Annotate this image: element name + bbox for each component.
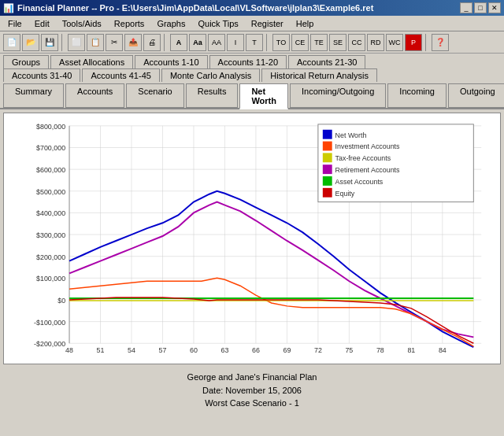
toolbar-btn6[interactable]: A <box>170 34 187 51</box>
svg-text:Retirement Accounts: Retirement Accounts <box>335 166 400 174</box>
menu-edit[interactable]: Edit <box>28 17 56 30</box>
chart-container: $800,000 $700,000 $600,000 $500,000 $400… <box>3 113 501 364</box>
tab-summary[interactable]: Summary <box>3 83 64 108</box>
toolbar-btn16[interactable]: RD <box>367 34 384 51</box>
svg-rect-52 <box>323 142 332 151</box>
svg-rect-58 <box>323 176 332 186</box>
svg-text:Tax-free Accounts: Tax-free Accounts <box>335 154 391 162</box>
svg-text:$300,000: $300,000 <box>36 231 65 239</box>
toolbar-btn1[interactable]: ⬜ <box>68 34 85 51</box>
tab-results[interactable]: Results <box>186 83 239 108</box>
nav-monte-carlo[interactable]: Monte Carlo Analysis <box>161 68 260 82</box>
svg-text:$800,000: $800,000 <box>36 123 65 131</box>
nav-groups[interactable]: Groups <box>3 55 49 68</box>
nav-accounts-21-30[interactable]: Accounts 21-30 <box>288 55 365 68</box>
menu-tools[interactable]: Tools/Aids <box>56 17 108 30</box>
toolbar-save[interactable]: 💾 <box>41 34 58 51</box>
toolbar-btn2[interactable]: 📋 <box>87 34 104 51</box>
svg-text:$600,000: $600,000 <box>36 166 65 174</box>
svg-rect-60 <box>323 188 332 198</box>
toolbar-btn5[interactable]: 🖨 <box>143 34 161 51</box>
footer-line2: Date: November 15, 2006 <box>3 384 501 397</box>
svg-rect-50 <box>323 130 332 139</box>
svg-text:-$100,000: -$100,000 <box>34 319 65 327</box>
toolbar-btn3[interactable]: ✂ <box>106 34 123 51</box>
toolbar-btn8[interactable]: AA <box>208 34 225 51</box>
svg-rect-54 <box>323 153 332 162</box>
tab-scenario[interactable]: Scenario <box>126 83 183 108</box>
chart-svg: $800,000 $700,000 $600,000 $500,000 $400… <box>9 118 495 359</box>
toolbar-btn9[interactable]: I <box>227 34 244 51</box>
menu-file[interactable]: File <box>2 17 28 30</box>
svg-text:Asset Accounts: Asset Accounts <box>335 178 384 186</box>
nav-accounts-31-40[interactable]: Accounts 31-40 <box>3 68 80 82</box>
nav-accounts-1-10[interactable]: Accounts 1-10 <box>135 55 207 68</box>
toolbar-open[interactable]: 📂 <box>22 34 39 51</box>
svg-text:Equity: Equity <box>335 190 355 198</box>
toolbar-plan[interactable]: P <box>405 34 422 51</box>
menu-help[interactable]: Help <box>290 17 321 30</box>
svg-text:$0: $0 <box>57 297 65 305</box>
svg-text:81: 81 <box>407 346 415 354</box>
menu-quicktips[interactable]: Quick Tips <box>191 17 244 30</box>
toolbar-btn12[interactable]: CE <box>291 34 309 51</box>
svg-text:$100,000: $100,000 <box>36 275 65 283</box>
toolbar-help[interactable]: ❓ <box>432 34 449 51</box>
menu-register[interactable]: Register <box>245 17 290 30</box>
svg-text:48: 48 <box>65 346 73 354</box>
svg-text:-$200,000: -$200,000 <box>34 340 65 348</box>
toolbar: 📄 📂 💾 ⬜ 📋 ✂ 📤 🖨 A Aa AA I T TO CE TE SE … <box>0 31 504 54</box>
nav-row1: Groups Asset Allocations Accounts 1-10 A… <box>0 54 504 68</box>
svg-text:66: 66 <box>252 346 260 354</box>
toolbar-btn11[interactable]: TO <box>272 34 290 51</box>
svg-text:$700,000: $700,000 <box>36 144 65 152</box>
menu-graphs[interactable]: Graphs <box>150 17 191 30</box>
toolbar-new[interactable]: 📄 <box>3 34 20 51</box>
footer: George and Jane's Financial Plan Date: N… <box>0 368 504 413</box>
svg-text:Investment Accounts: Investment Accounts <box>335 142 400 150</box>
toolbar-btn7[interactable]: Aa <box>189 34 206 51</box>
svg-text:$200,000: $200,000 <box>36 253 65 261</box>
toolbar-btn15[interactable]: CC <box>348 34 365 51</box>
toolbar-btn14[interactable]: SE <box>329 34 346 51</box>
toolbar-btn10[interactable]: T <box>246 34 263 51</box>
svg-text:69: 69 <box>283 346 291 354</box>
tab-incoming-outgoing[interactable]: Incoming/Outgoing <box>290 83 386 108</box>
svg-text:57: 57 <box>159 346 167 354</box>
tab-incoming[interactable]: Incoming <box>387 83 447 108</box>
toolbar-btn17[interactable]: WC <box>386 34 403 51</box>
svg-text:84: 84 <box>439 346 447 354</box>
window-title: Financial Planner -- Pro - E:\Users\Jim\… <box>17 3 373 13</box>
svg-text:60: 60 <box>190 346 198 354</box>
title-bar: 📊 Financial Planner -- Pro - E:\Users\Ji… <box>0 0 504 16</box>
tab-outgoing[interactable]: Outgoing <box>448 83 504 108</box>
svg-text:Net Worth: Net Worth <box>335 131 367 139</box>
svg-text:$500,000: $500,000 <box>36 188 65 196</box>
svg-text:78: 78 <box>376 346 384 354</box>
nav-historical-return[interactable]: Historical Return Analysis <box>261 68 377 82</box>
svg-text:54: 54 <box>128 346 135 354</box>
close-button[interactable]: ✕ <box>488 2 501 13</box>
svg-text:75: 75 <box>345 346 353 354</box>
maximize-button[interactable]: □ <box>474 2 487 13</box>
svg-rect-56 <box>323 164 332 174</box>
svg-text:63: 63 <box>221 346 229 354</box>
nav-accounts-11-20[interactable]: Accounts 11-20 <box>209 55 287 68</box>
minimize-button[interactable]: _ <box>460 2 472 13</box>
tab-accounts[interactable]: Accounts <box>65 83 124 108</box>
toolbar-btn13[interactable]: TE <box>310 34 328 51</box>
tab-net-worth[interactable]: Net Worth <box>239 83 288 109</box>
sub-tabs: Summary Accounts Scenario Results Net Wo… <box>0 82 504 109</box>
svg-text:51: 51 <box>97 346 105 354</box>
footer-line3: Worst Case Scenario - 1 <box>3 397 501 410</box>
svg-text:72: 72 <box>314 346 322 354</box>
nav-asset-allocations[interactable]: Asset Allocations <box>50 55 133 68</box>
footer-line1: George and Jane's Financial Plan <box>3 371 501 384</box>
nav-accounts-41-45[interactable]: Accounts 41-45 <box>82 68 159 82</box>
nav-row2: Accounts 31-40 Accounts 41-45 Monte Carl… <box>0 68 504 82</box>
app-icon: 📊 <box>3 3 14 13</box>
toolbar-btn4[interactable]: 📤 <box>124 34 142 51</box>
svg-text:$400,000: $400,000 <box>36 209 65 217</box>
menu-reports[interactable]: Reports <box>108 17 151 30</box>
menu-bar: File Edit Tools/Aids Reports Graphs Quic… <box>0 16 504 31</box>
